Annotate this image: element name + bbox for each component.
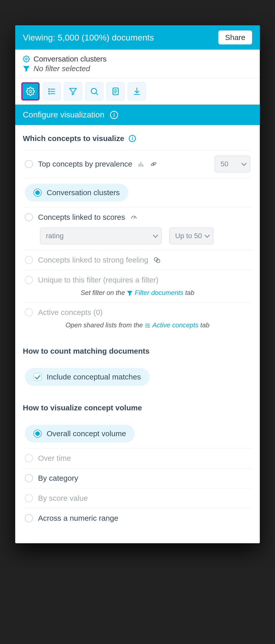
active-concepts-link[interactable]: Active concepts bbox=[152, 321, 198, 329]
option-label: Over time bbox=[38, 454, 71, 462]
filter-icon bbox=[23, 65, 30, 72]
option-label: Concepts linked to strong feeling bbox=[38, 256, 148, 264]
option-label: Include conceptual matches bbox=[47, 373, 141, 381]
option-label: Conversation clusters bbox=[47, 188, 120, 197]
option-label: By category bbox=[38, 474, 78, 482]
galaxy-icon bbox=[150, 160, 157, 168]
download-icon bbox=[132, 87, 141, 96]
option-strong-feeling: Concepts linked to strong feeling bbox=[23, 250, 252, 270]
content-area: Which concepts to visualize i Top concep… bbox=[15, 125, 260, 543]
scores-sub-controls: rating Up to 50 bbox=[25, 222, 250, 244]
option-label: Top concepts by prevalence bbox=[38, 160, 132, 168]
visualization-name: Conversation clusters bbox=[33, 55, 106, 63]
score-field-select[interactable]: rating bbox=[40, 228, 162, 244]
tab-filter-documents[interactable] bbox=[64, 82, 82, 100]
top-count-select[interactable]: 50 bbox=[215, 156, 250, 172]
option-overall-volume: Overall concept volume bbox=[23, 419, 252, 448]
unique-filter-hint: Set filter on the Filter documents tab bbox=[25, 284, 250, 297]
checkbox-conceptual-matches[interactable] bbox=[33, 373, 42, 381]
radio-clusters[interactable] bbox=[33, 189, 42, 197]
option-active-concepts: Active concepts (0) Open shared lists fr… bbox=[23, 302, 252, 335]
radio-active-concepts bbox=[25, 308, 33, 316]
svg-point-18 bbox=[153, 164, 154, 165]
score-limit-select[interactable]: Up to 50 bbox=[169, 228, 213, 244]
option-top-prevalence: Top concepts by prevalence 50 bbox=[23, 150, 252, 178]
svg-point-17 bbox=[151, 162, 156, 166]
volume-group-title: How to visualize concept volume bbox=[23, 404, 252, 412]
option-label: By score value bbox=[38, 494, 88, 502]
svg-point-8 bbox=[91, 88, 97, 94]
option-label: Overall concept volume bbox=[47, 429, 126, 438]
option-label: Unique to this filter (requires a filter… bbox=[38, 276, 158, 284]
radio-strong-feeling bbox=[25, 256, 33, 264]
current-filter: No filter selected bbox=[23, 64, 252, 73]
option-unique-filter: Unique to this filter (requires a filter… bbox=[23, 270, 252, 302]
svg-point-0 bbox=[26, 58, 27, 60]
tab-download[interactable] bbox=[128, 82, 146, 100]
option-label: Active concepts (0) bbox=[38, 308, 103, 317]
option-numeric-range: Across a numeric range bbox=[23, 508, 252, 528]
tab-active-concepts[interactable] bbox=[43, 82, 61, 100]
header-bar: Viewing: 5,000 (100%) documents Share bbox=[15, 25, 260, 50]
option-label: Across a numeric range bbox=[38, 514, 118, 522]
list-icon bbox=[145, 323, 151, 329]
toolbar bbox=[15, 78, 260, 100]
tab-search[interactable] bbox=[85, 82, 103, 100]
config-panel: Viewing: 5,000 (100%) documents Share Co… bbox=[15, 25, 260, 543]
option-clusters: Conversation clusters bbox=[23, 178, 252, 207]
tab-documents[interactable] bbox=[106, 82, 125, 100]
radio-by-category[interactable] bbox=[25, 474, 33, 482]
svg-point-1 bbox=[29, 90, 32, 93]
radio-numeric-range[interactable] bbox=[25, 514, 33, 522]
gauge-icon bbox=[130, 214, 137, 221]
svg-point-25 bbox=[146, 324, 146, 324]
filter-icon bbox=[127, 290, 133, 296]
meta-strip: Conversation clusters No filter selected bbox=[15, 50, 260, 78]
active-concepts-hint: Open shared lists from the Active concep… bbox=[25, 317, 250, 329]
share-button[interactable]: Share bbox=[218, 30, 252, 45]
radio-linked-scores[interactable] bbox=[25, 213, 33, 221]
radio-overall-volume[interactable] bbox=[33, 430, 42, 438]
faces-icon bbox=[153, 256, 160, 264]
radio-top-prevalence[interactable] bbox=[25, 160, 33, 168]
concepts-group-title: Which concepts to visualize i bbox=[23, 134, 252, 143]
current-visualization: Conversation clusters bbox=[23, 55, 252, 63]
option-over-time: Over time bbox=[23, 448, 252, 468]
svg-point-7 bbox=[49, 93, 49, 94]
counting-group-title: How to count matching documents bbox=[23, 347, 252, 355]
viewing-count: Viewing: 5,000 (100%) documents bbox=[23, 33, 154, 43]
filter-icon bbox=[68, 87, 78, 96]
gear-icon bbox=[23, 55, 30, 63]
info-icon[interactable]: i bbox=[129, 135, 136, 142]
document-icon bbox=[111, 87, 120, 96]
section-title-bar: Configure visualization i bbox=[15, 105, 260, 125]
option-by-category: By category bbox=[23, 468, 252, 488]
option-linked-scores: Concepts linked to scores rating Up to 5… bbox=[23, 207, 252, 250]
svg-line-9 bbox=[96, 93, 98, 95]
option-label: Concepts linked to scores bbox=[38, 213, 125, 222]
gear-icon bbox=[26, 87, 35, 96]
section-title: Configure visualization bbox=[23, 110, 104, 119]
list-icon bbox=[47, 87, 56, 96]
search-icon bbox=[90, 87, 99, 96]
filter-name: No filter selected bbox=[33, 64, 90, 73]
svg-point-27 bbox=[146, 327, 146, 327]
svg-point-5 bbox=[49, 89, 49, 90]
option-include-conceptual: Include conceptual matches bbox=[23, 363, 252, 391]
info-icon[interactable]: i bbox=[110, 111, 118, 119]
radio-over-time bbox=[25, 454, 33, 462]
bar-chart-icon bbox=[137, 160, 144, 168]
option-by-score: By score value bbox=[23, 488, 252, 508]
svg-point-6 bbox=[49, 91, 49, 92]
svg-line-19 bbox=[134, 217, 135, 218]
svg-point-26 bbox=[146, 325, 146, 326]
filter-documents-link[interactable]: Filter documents bbox=[135, 289, 183, 296]
radio-by-score bbox=[25, 494, 33, 502]
tab-configure[interactable] bbox=[21, 82, 40, 100]
radio-unique-filter bbox=[25, 276, 33, 284]
